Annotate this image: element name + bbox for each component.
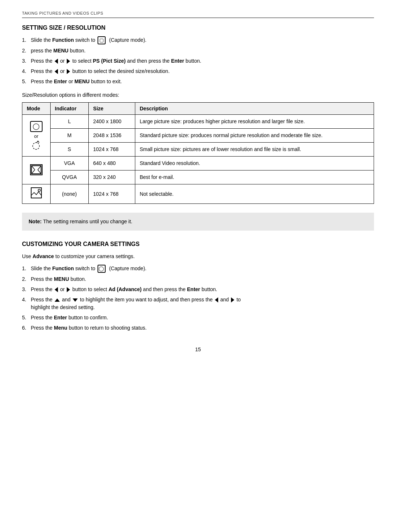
arrow-right-icon-1 — [67, 59, 70, 64]
col-description: Description — [135, 103, 374, 115]
indicator-QVGA: QVGA — [50, 170, 89, 184]
size-L: 2400 x 1800 — [89, 115, 135, 129]
desc-S: Small picture size: pictures are of lowe… — [135, 143, 374, 157]
section2-instructions: 1. Slide the Function switch to ◯ (Captu… — [22, 265, 374, 332]
function-label-1: Function — [52, 37, 74, 43]
s2-num-3: 3. — [22, 286, 26, 293]
menu-label-1: MENU — [53, 48, 68, 54]
table-row: S 1024 x 768 Small picture size: picture… — [22, 143, 374, 157]
video-icon — [30, 164, 43, 175]
col-mode: Mode — [22, 103, 51, 115]
table-row: M 2048 x 1536 Standard picture size: pro… — [22, 129, 374, 143]
advance-label: Advance — [33, 253, 54, 259]
doc-svg — [30, 187, 42, 198]
ad-label: Ad (Advance) — [109, 286, 142, 292]
svg-line-1 — [32, 166, 35, 170]
section2-title: CUSTOMIZING YOUR CAMERA SETTINGS — [22, 241, 374, 247]
size-VGA: 640 x 480 — [89, 157, 135, 170]
s2-num-6: 6. — [22, 324, 26, 332]
s2-instruction-1: 1. Slide the Function switch to ◯ (Captu… — [22, 265, 374, 273]
desc-L: Large picture size: produces higher pict… — [135, 115, 374, 129]
s2-num-1: 1. — [22, 265, 26, 272]
timer-icon: ◌̂ — [32, 140, 40, 150]
instruction-4: 4. Press the or button to select the des… — [22, 67, 374, 75]
note-label: Note: — [29, 219, 42, 224]
col-indicator: Indicator — [50, 103, 89, 115]
instruction-5: 5. Press the Enter or MENU button to exi… — [22, 78, 374, 85]
svg-rect-0 — [32, 166, 41, 174]
s2-arrow-up — [55, 298, 60, 302]
section1-instructions: 1. Slide the Function switch to ▢ (Captu… — [22, 36, 374, 85]
doc-icon — [30, 187, 42, 198]
mode-cell-doc — [22, 184, 51, 204]
page-number: 15 — [22, 346, 374, 352]
num-1: 1. — [22, 36, 26, 44]
size-S: 1024 x 768 — [89, 143, 135, 157]
s2-instruction-3: 3. Press the or button to select Ad (Adv… — [22, 286, 374, 293]
indicator-M: M — [50, 129, 89, 143]
size-M: 2048 x 1536 — [89, 129, 135, 143]
num-2: 2. — [22, 47, 26, 55]
page-header: Taking Pictures and Videos Clips — [22, 11, 374, 18]
size-resolution-note: Size/Resolution options in different mod… — [22, 92, 374, 98]
s2-menu-label: MENU — [54, 276, 69, 282]
num-4: 4. — [22, 67, 26, 75]
s2-arrow-left-1 — [55, 287, 58, 292]
num-3: 3. — [22, 57, 26, 65]
s2-instruction-6: 6. Press the Menu button to return to sh… — [22, 324, 374, 332]
enter-label-2: Enter — [54, 78, 67, 84]
enter-label-1: Enter — [171, 58, 184, 64]
svg-line-2 — [32, 170, 35, 174]
num-5: 5. — [22, 78, 26, 85]
s2-arrow-left-2 — [215, 297, 218, 302]
desc-VGA: Standard Video resolution. — [135, 157, 374, 170]
section2-intro: Use Advance to customize your camera set… — [22, 253, 374, 260]
mode-cell-video — [22, 157, 51, 184]
svg-line-4 — [38, 170, 41, 174]
section2: CUSTOMIZING YOUR CAMERA SETTINGS Use Adv… — [22, 241, 374, 332]
section1-title: SETTING SIZE / RESOLUTION — [22, 25, 374, 31]
s2-arrow-right-2 — [231, 297, 234, 302]
s2-enter-label: Enter — [187, 286, 200, 292]
indicator-L: L — [50, 115, 89, 129]
s2-instruction-4: 4. Press the and to highlight the item y… — [22, 296, 374, 311]
or-text: or — [34, 133, 38, 139]
s2-menu-return: Menu — [54, 325, 67, 331]
indicator-S: S — [50, 143, 89, 157]
instruction-2: 2. press the MENU button. — [22, 47, 374, 55]
s2-function-label: Function — [52, 265, 74, 271]
size-QVGA: 320 x 240 — [89, 170, 135, 184]
s2-capture-icon: ◯ — [98, 265, 106, 273]
table-header-row: Mode Indicator Size Description — [22, 103, 374, 115]
instruction-1: 1. Slide the Function switch to ▢ (Captu… — [22, 36, 374, 44]
s2-arrow-right-1 — [67, 287, 70, 292]
section1: SETTING SIZE / RESOLUTION 1. Slide the F… — [22, 25, 374, 231]
instruction-3: 3. Press the or to select PS (Pict Size)… — [22, 57, 374, 65]
mode-cell-camera: ◯ or ◌̂ — [22, 115, 51, 157]
desc-doc: Not selectable. — [135, 184, 374, 204]
table-row: ◯ or ◌̂ L 2400 x 1800 Large picture size… — [22, 115, 374, 129]
table-row: (none) 1024 x 768 Not selectable. — [22, 184, 374, 204]
s2-instruction-4-cont: highlight the desired setting. — [31, 304, 95, 310]
s2-num-5: 5. — [22, 314, 26, 322]
s2-num-2: 2. — [22, 275, 26, 283]
table-row: VGA 640 x 480 Standard Video resolution. — [22, 157, 374, 170]
s2-instruction-2: 2. Press the MENU button. — [22, 275, 374, 283]
table-row: QVGA 320 x 240 Best for e-mail. — [22, 170, 374, 184]
desc-QVGA: Best for e-mail. — [135, 170, 374, 184]
menu-label-2: MENU — [74, 78, 89, 84]
capture-icon-1: ▢ — [98, 36, 106, 44]
arrow-right-icon-2 — [67, 69, 70, 74]
size-doc: 1024 x 768 — [89, 184, 135, 204]
camera-icon: ◯ — [30, 121, 43, 132]
indicator-none: (none) — [50, 184, 89, 204]
s2-num-4: 4. — [22, 296, 26, 304]
s2-enter-confirm: Enter — [54, 315, 67, 320]
indicator-VGA: VGA — [50, 157, 89, 170]
note-box: Note: The setting remains until you chan… — [22, 213, 374, 231]
video-svg — [31, 165, 41, 174]
ps-label: PS (Pict Size) — [93, 58, 125, 64]
mode-table: Mode Indicator Size Description ◯ or ◌̂ — [22, 102, 374, 204]
s2-arrow-down — [73, 298, 78, 302]
arrow-left-icon-1 — [55, 59, 58, 64]
